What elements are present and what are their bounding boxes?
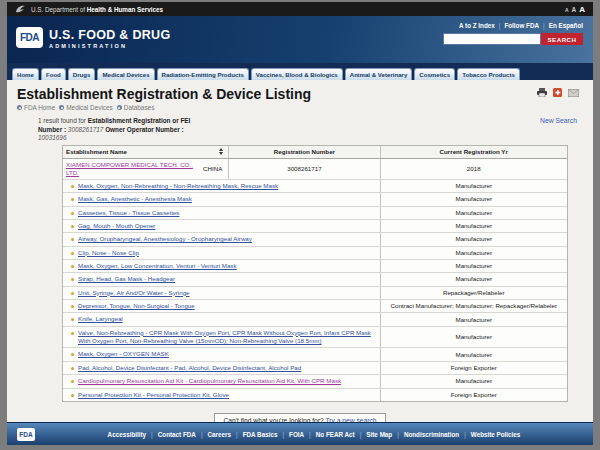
breadcrumb-bullet-icon bbox=[117, 105, 122, 110]
device-name-cell: Gag, Mouth - Mouth Opener bbox=[63, 220, 381, 232]
email-icon[interactable] bbox=[568, 89, 579, 97]
footer-link-site-map[interactable]: Site Map bbox=[366, 431, 392, 438]
tab-drugs[interactable]: Drugs bbox=[68, 68, 96, 80]
registration-year-cell: 2018 bbox=[381, 159, 567, 179]
tab-radiation-emitting-products[interactable]: Radiation-Emitting Products bbox=[157, 68, 249, 80]
device-row: Cassettes, Tissue - Tissue CassettesManu… bbox=[63, 207, 567, 220]
footer-link-accessibility[interactable]: Accessibility bbox=[108, 431, 147, 438]
device-link-6[interactable]: Mask, Oxygen, Low Concentration, Venturi… bbox=[78, 262, 237, 270]
footer-fda-logo[interactable]: FDA bbox=[17, 428, 35, 441]
bullet-icon bbox=[71, 353, 74, 356]
separator: | bbox=[543, 22, 545, 29]
bullet-icon bbox=[71, 394, 74, 397]
device-link-12[interactable]: Mask, Oxygen - OXYGEN MASK bbox=[78, 350, 169, 358]
device-row: Strap, Head, Gas Mask - HeadgearManufact… bbox=[63, 273, 567, 286]
search-button[interactable]: SEARCH bbox=[541, 33, 583, 45]
tab-tobacco-products[interactable]: Tobacco Products bbox=[457, 68, 520, 80]
agency-name-line2: ADMINISTRATION bbox=[49, 43, 170, 49]
device-link-3[interactable]: Gag, Mouth - Mouth Opener bbox=[78, 222, 155, 230]
device-row: Mask, Oxygen, Non-Rebreathing - Non-Rebr… bbox=[63, 180, 567, 193]
device-name-cell: Strap, Head, Gas Mask - Headgear bbox=[63, 273, 381, 285]
tab-animal-veterinary[interactable]: Animal & Veterinary bbox=[345, 68, 413, 80]
bullet-icon bbox=[71, 332, 74, 335]
page-title: Establishment Registration & Device List… bbox=[17, 86, 583, 102]
separator: | bbox=[499, 22, 501, 29]
bullet-icon bbox=[71, 292, 74, 295]
utility-link-a-to-z-index[interactable]: A to Z Index bbox=[459, 22, 495, 29]
bullet-icon bbox=[71, 380, 74, 383]
breadcrumb-item-fda-home[interactable]: FDA Home bbox=[17, 104, 55, 111]
footer-link-nondiscrimination[interactable]: Nondiscrimination bbox=[404, 431, 459, 438]
tab-cosmetics[interactable]: Cosmetics bbox=[414, 68, 455, 80]
footer-link-no-fear-act[interactable]: No FEAR Act bbox=[316, 431, 355, 438]
utility-link-en-espa-ol[interactable]: En Español bbox=[549, 22, 583, 29]
device-link-7[interactable]: Strap, Head, Gas Mask - Headgear bbox=[78, 275, 175, 283]
bullet-icon bbox=[71, 278, 74, 281]
device-row: Mask, Gas, Anesthetic - Anesthesia MaskM… bbox=[63, 193, 567, 206]
device-name-cell: Depressor, Tongue, Non-Surgical - Tongue bbox=[63, 300, 381, 312]
device-link-1[interactable]: Mask, Gas, Anesthetic - Anesthesia Mask bbox=[78, 195, 192, 203]
font-resize-medium[interactable]: A bbox=[572, 6, 577, 13]
breadcrumb-label: Databases bbox=[124, 104, 155, 111]
establishment-row: XIAMEN COMPOWER MEDICAL TECH. CO., LTD. … bbox=[63, 159, 567, 180]
share-icon[interactable] bbox=[553, 88, 562, 97]
device-row: Clip, Nose - Nose ClipManufacturer bbox=[63, 247, 567, 260]
bullet-icon bbox=[71, 238, 74, 241]
device-row: Mask, Oxygen - OXYGEN MASKManufacturer bbox=[63, 348, 567, 361]
bullet-icon bbox=[71, 305, 74, 308]
device-link-2[interactable]: Cassettes, Tissue - Tissue Cassettes bbox=[78, 209, 179, 217]
sort-icon[interactable] bbox=[219, 148, 223, 155]
bullet-icon bbox=[71, 318, 74, 321]
device-link-15[interactable]: Personal Protection Kit - Personal Prote… bbox=[78, 391, 229, 399]
footer-links: Accessibility|Contact FDA|Careers|FDA Ba… bbox=[35, 431, 593, 438]
device-link-11[interactable]: Valve, Non-Rebreathing - CPR Mask With O… bbox=[78, 329, 377, 346]
device-link-0[interactable]: Mask, Oxygen, Non-Rebreathing - Non-Rebr… bbox=[78, 182, 278, 190]
tab-food[interactable]: Food bbox=[41, 68, 66, 80]
device-row: Valve, Non-Rebreathing - CPR Mask With O… bbox=[63, 327, 567, 349]
device-name-cell: Airway, Oropharyngeal, Anesthesiology - … bbox=[63, 233, 381, 245]
separator: | bbox=[201, 431, 203, 438]
device-name-cell: Mask, Gas, Anesthetic - Anesthesia Mask bbox=[63, 193, 381, 205]
hhs-bar-text[interactable]: U.S. Department of Health & Human Servic… bbox=[31, 6, 163, 13]
tab-vaccines-blood-biologics[interactable]: Vaccines, Blood & Biologics bbox=[251, 68, 343, 80]
footer-link-fda-basics[interactable]: FDA Basics bbox=[243, 431, 278, 438]
bullet-icon bbox=[71, 212, 74, 215]
device-row: Pad, Alcohol, Device Disinfectant - Pad,… bbox=[63, 362, 567, 375]
font-resize-small[interactable]: A bbox=[565, 7, 569, 13]
device-link-10[interactable]: Knife, Laryngeal bbox=[78, 315, 123, 323]
breadcrumb-item-databases[interactable]: Databases bbox=[117, 104, 155, 111]
tab-home[interactable]: Home bbox=[12, 68, 39, 80]
device-link-5[interactable]: Clip, Nose - Nose Clip bbox=[78, 249, 139, 257]
result-summary: 1 result found for Establishment Registr… bbox=[38, 117, 206, 143]
device-activity-cell: Foreign Exporter bbox=[381, 389, 567, 401]
print-icon[interactable] bbox=[537, 88, 547, 97]
device-link-4[interactable]: Airway, Oropharyngeal, Anesthesiology - … bbox=[78, 235, 252, 243]
new-search-link[interactable]: New Search bbox=[540, 117, 577, 143]
utility-link-follow-fda[interactable]: Follow FDA bbox=[504, 22, 539, 29]
device-link-8[interactable]: Unit, Syringe, Air And/Or Water - Syring… bbox=[78, 289, 190, 297]
device-name-cell: Personal Protection Kit - Personal Prote… bbox=[63, 389, 381, 401]
device-link-13[interactable]: Pad, Alcohol, Device Disinfectant - Pad,… bbox=[78, 364, 301, 372]
device-name-cell: Mask, Oxygen, Non-Rebreathing - Non-Rebr… bbox=[63, 180, 381, 192]
footer-link-careers[interactable]: Careers bbox=[208, 431, 231, 438]
device-activity-cell: Manufacturer bbox=[381, 375, 567, 387]
search-input[interactable] bbox=[443, 33, 541, 45]
footer-link-foia[interactable]: FOIA bbox=[289, 431, 304, 438]
agency-name: U.S. FOOD & DRUG ADMINISTRATION bbox=[49, 28, 170, 49]
tab-medical-devices[interactable]: Medical Devices bbox=[97, 68, 154, 80]
device-row: Airway, Oropharyngeal, Anesthesiology - … bbox=[63, 233, 567, 246]
device-name-cell: Cassettes, Tissue - Tissue Cassettes bbox=[63, 207, 381, 219]
column-header-establishment-name: Establishment Name bbox=[63, 146, 229, 158]
device-link-9[interactable]: Depressor, Tongue, Non-Surgical - Tongue bbox=[78, 302, 195, 310]
font-resize-large[interactable]: A bbox=[579, 5, 585, 14]
breadcrumb-item-medical-devices[interactable]: Medical Devices bbox=[59, 104, 113, 111]
bullet-icon bbox=[71, 265, 74, 268]
device-activity-cell: Manufacturer bbox=[381, 260, 567, 272]
fda-logo[interactable]: FDA bbox=[16, 27, 43, 48]
device-link-14[interactable]: Cardiopulmonary Resuscitation Aid Kit - … bbox=[78, 377, 341, 385]
footer-link-contact-fda[interactable]: Contact FDA bbox=[158, 431, 196, 438]
footer-link-website-policies[interactable]: Website Policies bbox=[471, 431, 521, 438]
device-activity-cell: Manufacturer bbox=[381, 233, 567, 245]
device-row: Personal Protection Kit - Personal Prote… bbox=[63, 389, 567, 401]
establishment-link[interactable]: XIAMEN COMPOWER MEDICAL TECH. CO., LTD. bbox=[66, 161, 200, 177]
